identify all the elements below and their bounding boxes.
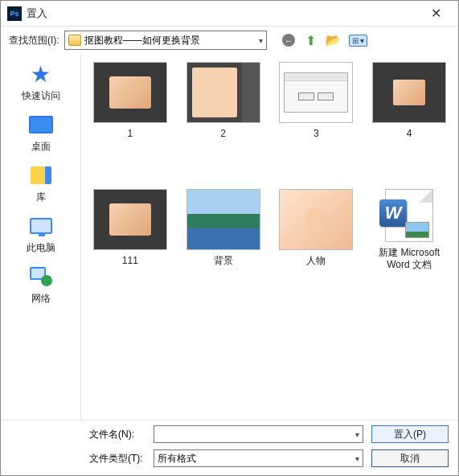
window-title: 置入 (27, 6, 420, 21)
close-button[interactable]: ✕ (420, 2, 452, 25)
quick-access-icon: ★ (31, 61, 51, 88)
up-one-level-button[interactable]: ⬆ (304, 33, 318, 47)
place-label: 此电脑 (27, 241, 55, 255)
file-thumbnail (372, 62, 446, 123)
place-dialog: Ps 置入 ✕ 查找范围(I): 抠图教程——如何更换背景 ▾ ← ⬆ 📂 ⊞ … (0, 0, 459, 476)
chevron-down-icon: ▾ (355, 430, 359, 439)
up-arrow-icon: ⬆ (305, 33, 316, 48)
file-item[interactable]: 3 (273, 62, 361, 141)
file-item[interactable]: 4 (365, 62, 453, 141)
bottom-controls: 文件名(N): ▾ 置入(P) 文件类型(T): 所有格式 ▾ 取消 (1, 420, 458, 475)
cancel-button[interactable]: 取消 (371, 449, 449, 467)
place-label: 库 (36, 191, 46, 204)
place-desktop[interactable]: 桌面 (9, 113, 73, 154)
file-name: 4 (407, 128, 412, 141)
filename-label: 文件名(N): (89, 428, 145, 441)
new-folder-button[interactable]: 📂 (326, 33, 341, 47)
dialog-body: ★ 快速访问 桌面 库 此电脑 网络 (1, 54, 458, 420)
place-libraries[interactable]: 库 (9, 163, 73, 204)
lookin-label: 查找范围(I): (9, 34, 59, 47)
folder-star-icon: 📂 (326, 33, 341, 47)
back-button[interactable]: ← (281, 33, 296, 47)
word-document-icon: W (385, 189, 433, 242)
file-item[interactable]: 1 (86, 62, 174, 141)
file-name: 2 (220, 128, 226, 141)
titlebar: Ps 置入 ✕ (1, 1, 458, 27)
place-label: 快速访问 (22, 89, 60, 103)
place-this-pc[interactable]: 此电脑 (9, 214, 73, 255)
photoshop-app-icon: Ps (7, 6, 22, 21)
filetype-value: 所有格式 (158, 452, 355, 466)
chevron-down-icon: ▾ (355, 454, 359, 463)
desktop-icon (29, 116, 53, 133)
libraries-icon (31, 166, 51, 184)
file-grid: 1 2 3 4 (86, 62, 453, 272)
view-grid-icon: ⊞ (352, 36, 359, 45)
lookin-row: 查找范围(I): 抠图教程——如何更换背景 ▾ ← ⬆ 📂 ⊞ ▾ (1, 27, 458, 54)
file-name: 新建 Microsoft Word 文档 (369, 247, 449, 272)
file-thumbnail (279, 62, 353, 123)
place-button[interactable]: 置入(P) (371, 425, 449, 443)
back-icon: ← (282, 34, 295, 47)
file-name: 1 (128, 128, 133, 141)
file-name: 背景 (214, 255, 233, 268)
filename-input[interactable]: ▾ (154, 425, 363, 443)
file-item[interactable]: 111 (86, 189, 174, 272)
file-name: 人物 (306, 255, 326, 268)
file-thumbnail (279, 189, 353, 250)
chevron-down-icon: ▾ (360, 36, 364, 45)
network-icon (30, 267, 52, 286)
place-quick-access[interactable]: ★ 快速访问 (9, 62, 73, 103)
file-name: 3 (314, 128, 319, 141)
this-pc-icon (30, 218, 52, 234)
place-label: 桌面 (31, 140, 51, 154)
file-item[interactable]: 背景 (179, 189, 268, 272)
nav-toolbar: ← ⬆ 📂 ⊞ ▾ (281, 33, 367, 47)
chevron-down-icon: ▾ (259, 36, 263, 45)
file-item[interactable]: 人物 (273, 189, 361, 272)
file-thumbnail (186, 189, 260, 250)
filetype-select[interactable]: 所有格式 ▾ (154, 449, 363, 467)
file-item[interactable]: W 新建 Microsoft Word 文档 (365, 189, 453, 272)
view-menu-button[interactable]: ⊞ ▾ (349, 35, 367, 47)
file-item[interactable]: 2 (179, 62, 268, 141)
file-thumbnail (93, 189, 167, 250)
file-list-pane[interactable]: 1 2 3 4 (81, 54, 458, 420)
lookin-folder-combo[interactable]: 抠图教程——如何更换背景 ▾ (64, 31, 267, 50)
file-name: 111 (122, 255, 138, 268)
filetype-label: 文件类型(T): (89, 452, 145, 466)
folder-icon (68, 35, 81, 46)
place-network[interactable]: 网络 (9, 265, 73, 306)
place-label: 网络 (31, 292, 51, 306)
close-icon: ✕ (431, 6, 441, 21)
places-bar: ★ 快速访问 桌面 库 此电脑 网络 (1, 54, 81, 420)
file-thumbnail (93, 62, 167, 123)
file-thumbnail (186, 62, 260, 123)
lookin-folder-name: 抠图教程——如何更换背景 (84, 34, 259, 47)
